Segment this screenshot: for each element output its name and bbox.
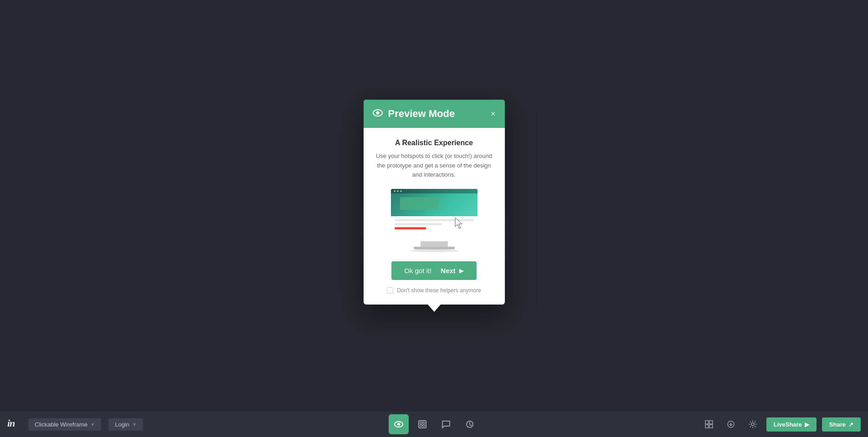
breadcrumb-wireframe-label: Clickable Wireframe [35,421,87,428]
svg-point-1 [376,112,379,115]
modal-header: Preview Mode × [364,100,505,128]
breadcrumb-wireframe-chevron: ▼ [90,422,95,427]
monitor-dot-3 [400,190,402,192]
toolbar-right: LiveShare ▶ Share ↗ [701,416,861,432]
modal-body: A Realistic Experience Use your hotspots… [364,128,505,305]
bottom-toolbar: in Clickable Wireframe ▼ Login ▼ [0,412,868,437]
share-label: Share [829,421,846,428]
modal-header-left: Preview Mode [373,108,455,120]
breadcrumb-clickable-wireframe[interactable]: Clickable Wireframe ▼ [28,418,101,431]
monitor-line-2 [395,223,442,225]
monitor-line-3 [395,227,426,229]
monitor-illustration [391,189,478,252]
svg-rect-11 [705,421,709,424]
modal-title: Preview Mode [388,108,455,120]
breadcrumb-login-chevron: ▼ [132,422,137,427]
comment-button[interactable] [436,414,456,434]
svg-point-4 [397,423,400,426]
breadcrumb-login-label: Login [115,421,129,428]
toolbar-center [389,414,480,434]
preview-mode-button[interactable] [389,414,409,434]
share-button[interactable]: Share ↗ [822,417,861,432]
modal-overlay: Preview Mode × A Realistic Experience Us… [0,0,868,412]
invision-logo: in [7,417,21,431]
svg-point-16 [751,423,754,426]
dont-show-checkbox-row[interactable]: Don't show these helpers anymore [375,287,494,295]
modal-close-button[interactable]: × [491,110,496,118]
monitor-screen [391,189,478,241]
modal-tooltip-arrow [428,305,441,312]
next-button-label: Next [441,267,456,274]
monitor-screen-inner [391,189,478,241]
settings-button[interactable] [745,416,761,432]
svg-text:in: in [7,417,15,428]
svg-rect-14 [709,425,713,428]
svg-rect-5 [419,421,426,428]
monitor-stand [421,241,448,247]
dont-show-checkbox[interactable] [387,287,393,294]
next-button[interactable]: Ok got it! Next ▶ [391,261,477,280]
svg-rect-13 [705,425,709,428]
modal-subtitle: A Realistic Experience [375,139,494,147]
modal-wrapper: Preview Mode × A Realistic Experience Us… [364,100,505,312]
next-button-prefix: Ok got it! [404,267,431,274]
download-button[interactable] [723,416,739,432]
liveshare-button[interactable]: LiveShare ▶ [766,417,817,432]
monitor-dot-1 [394,190,395,192]
monitor-shadow [409,249,459,252]
share-icon: ↗ [848,421,853,428]
grid-button[interactable] [701,416,717,432]
svg-rect-12 [709,421,713,424]
dont-show-label[interactable]: Don't show these helpers anymore [397,287,481,294]
history-button[interactable] [460,414,480,434]
svg-rect-7 [423,422,425,424]
liveshare-icon: ▶ [805,421,809,428]
svg-rect-8 [420,425,422,427]
next-arrow-icon: ▶ [459,267,464,274]
svg-rect-9 [423,425,425,427]
monitor-cursor [454,217,463,228]
eye-icon [373,108,383,119]
monitor-bottom-content [391,216,478,241]
svg-rect-6 [420,422,422,424]
monitor-highlight-box [400,197,439,210]
liveshare-label: LiveShare [774,421,802,428]
monitor-dot-2 [397,190,399,192]
monitor-top-bar [391,189,478,193]
build-mode-button[interactable] [412,414,432,434]
toolbar-left: in Clickable Wireframe ▼ Login ▼ [7,417,143,431]
preview-mode-modal: Preview Mode × A Realistic Experience Us… [364,100,505,305]
modal-description: Use your hotspots to click (or touch!) a… [375,152,494,180]
breadcrumb-login[interactable]: Login ▼ [108,418,143,431]
